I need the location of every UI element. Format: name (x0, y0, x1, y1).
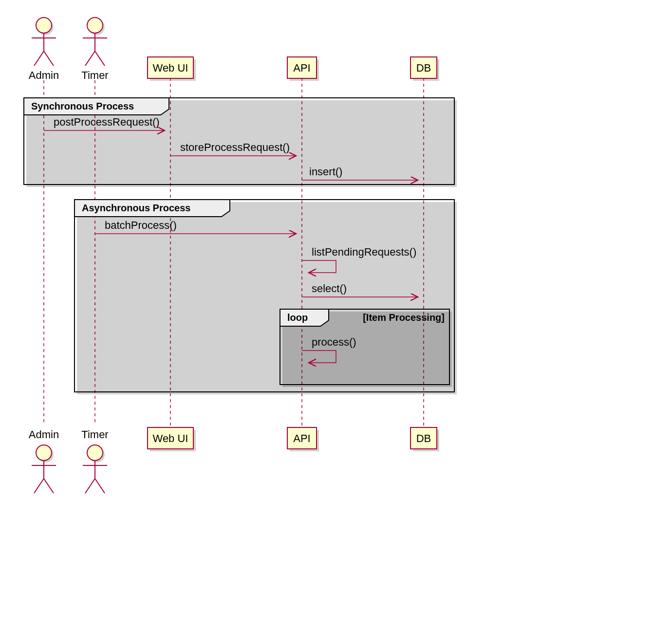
msg-m5: listPendingRequests() (312, 246, 416, 258)
actor-admin-label: Admin (29, 69, 59, 81)
actor-timer-label: Timer (81, 69, 108, 81)
participant-webui-bottom: Web UI (148, 427, 193, 449)
svg-line-18 (85, 51, 95, 66)
svg-text:Timer: Timer (81, 428, 108, 441)
group-sync-label: Synchronous Process (31, 101, 134, 111)
msg-m4: batchProcess() (105, 219, 177, 231)
participant-webui-label: Web UI (153, 62, 188, 74)
svg-point-15 (87, 18, 103, 33)
actor-timer-bottom: Timer (81, 428, 108, 493)
svg-text:DB: DB (416, 432, 431, 444)
msg-m1: postProcessRequest() (54, 116, 160, 128)
participant-api-bottom: API (287, 427, 317, 449)
msg-m2: storeProcessRequest() (180, 141, 290, 153)
msg-m6: select() (312, 282, 347, 295)
svg-line-19 (95, 51, 105, 66)
svg-text:API: API (293, 432, 310, 444)
svg-line-48 (34, 479, 44, 493)
svg-text:Web UI: Web UI (153, 432, 188, 444)
svg-line-56 (95, 479, 105, 493)
actor-timer-top: Timer (81, 18, 108, 81)
group-loop-label: loop (287, 312, 308, 323)
actor-admin-top: Admin (29, 18, 59, 81)
participant-api-label: API (293, 62, 310, 74)
svg-point-52 (87, 445, 103, 461)
msg-m3: insert() (309, 166, 342, 178)
participant-api-top: API (287, 57, 317, 78)
msg-m7: process() (312, 336, 356, 348)
svg-text:Admin: Admin (29, 428, 59, 441)
participant-db-top: DB (411, 57, 437, 78)
group-async-label: Asynchronous Process (82, 203, 190, 213)
svg-line-13 (44, 51, 54, 66)
participant-webui-top: Web UI (148, 57, 193, 78)
svg-point-45 (36, 445, 52, 461)
sequence-diagram: Admin Timer Web UI API DB Synchronous Pr… (10, 10, 555, 545)
svg-point-9 (36, 18, 52, 33)
group-loop-cond: [Item Processing] (363, 312, 445, 323)
participant-db-bottom: DB (411, 427, 437, 449)
svg-line-49 (44, 479, 54, 493)
participant-db-label: DB (416, 62, 431, 74)
svg-line-12 (34, 51, 44, 66)
svg-line-55 (85, 479, 95, 493)
actor-admin-bottom: Admin (29, 428, 59, 493)
group-loop: loop [Item Processing] (280, 309, 452, 387)
